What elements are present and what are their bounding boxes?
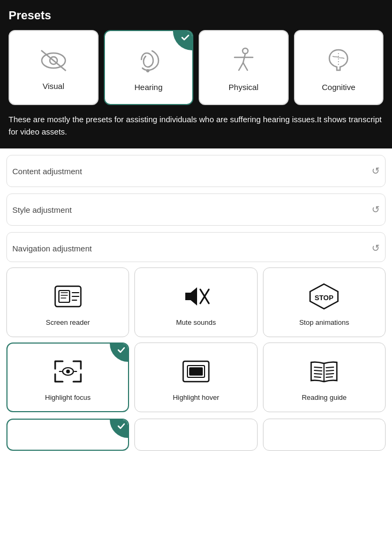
nav-card-stop-animations[interactable]: STOP Stop animations (263, 267, 386, 337)
svg-marker-18 (185, 287, 197, 306)
nav-card-label-stop-animations: Stop animations (299, 318, 349, 326)
nav-card-bottom-1[interactable] (6, 419, 129, 451)
svg-line-34 (314, 377, 321, 377)
reading-guide-icon (307, 357, 341, 388)
highlight-focus-icon (51, 357, 85, 388)
hearing-check-badge (173, 31, 192, 50)
nav-card-label-highlight-focus: Highlight focus (45, 393, 91, 401)
nav-card-mute-sounds[interactable]: Mute sounds (134, 267, 257, 337)
highlight-hover-icon (179, 357, 213, 388)
nav-cards-grid: Screen reader Mute sounds STOP Stop an (6, 262, 386, 412)
mute-sounds-icon (179, 282, 213, 313)
bottom-partial-section (0, 419, 392, 451)
navigation-adjustment-label: Navigation adjustment (12, 244, 92, 253)
preset-card-visual[interactable]: Visual (9, 30, 99, 105)
navigation-refresh-icon[interactable]: ↺ (372, 242, 380, 254)
svg-line-38 (326, 377, 333, 377)
nav-card-label-reading-guide: Reading guide (301, 393, 346, 401)
content-refresh-icon[interactable]: ↺ (372, 165, 380, 177)
style-adjustment-label: Style adjustment (12, 205, 72, 214)
svg-line-36 (326, 370, 334, 371)
style-adjustment-row[interactable]: Style adjustment ↺ (6, 193, 386, 226)
svg-point-3 (146, 69, 149, 72)
physical-icon (227, 46, 260, 77)
highlight-focus-check-badge (110, 344, 128, 362)
preset-card-cognitive[interactable]: Cognitive (294, 30, 384, 105)
bottom-nav-cards-grid (6, 419, 386, 451)
nav-card-bottom-2[interactable] (134, 419, 257, 451)
svg-line-35 (326, 367, 334, 368)
svg-line-5 (243, 54, 245, 63)
nav-card-highlight-focus[interactable]: Highlight focus (6, 343, 129, 412)
visual-icon (37, 47, 70, 76)
content-adjustment-row[interactable]: Content adjustment ↺ (6, 155, 386, 187)
svg-point-4 (243, 48, 248, 54)
stop-animations-icon: STOP (307, 282, 341, 313)
svg-line-8 (243, 63, 247, 70)
screen-reader-icon (51, 282, 85, 313)
presets-section: Presets Visual (0, 0, 392, 148)
preset-label-physical: Physical (229, 83, 259, 92)
nav-card-screen-reader[interactable]: Screen reader (6, 267, 129, 337)
nav-card-label-highlight-hover: Highlight hover (173, 393, 220, 401)
svg-line-7 (239, 63, 243, 70)
presets-description: These are mostly the presets for assisti… (9, 114, 383, 138)
svg-line-32 (314, 370, 322, 371)
nav-card-label-mute-sounds: Mute sounds (176, 318, 216, 326)
nav-card-highlight-hover[interactable]: Highlight hover (134, 343, 257, 412)
svg-rect-29 (190, 368, 202, 375)
svg-line-37 (326, 374, 334, 374)
navigation-adjustment-header[interactable]: Navigation adjustment ↺ (6, 232, 386, 262)
svg-line-31 (314, 367, 322, 368)
adjustments-section: Content adjustment ↺ Style adjustment ↺ (0, 155, 392, 226)
presets-grid: Visual Hearing (9, 30, 383, 105)
preset-card-hearing[interactable]: Hearing (104, 30, 194, 105)
svg-line-33 (314, 374, 322, 374)
hearing-icon (132, 46, 165, 77)
svg-point-24 (66, 369, 70, 373)
preset-card-physical[interactable]: Physical (199, 30, 289, 105)
bottom-1-check-badge (110, 420, 128, 438)
nav-card-reading-guide[interactable]: Reading guide (263, 343, 386, 412)
content-adjustment-label: Content adjustment (12, 167, 82, 176)
preset-label-hearing: Hearing (134, 83, 163, 92)
cognitive-icon (322, 46, 355, 77)
style-refresh-icon[interactable]: ↺ (372, 204, 380, 215)
preset-label-cognitive: Cognitive (322, 83, 356, 92)
svg-text:STOP: STOP (315, 294, 334, 302)
preset-label-visual: Visual (42, 81, 64, 91)
navigation-adjustment-section: Navigation adjustment ↺ Screen reader (0, 232, 392, 419)
nav-card-bottom-3[interactable] (263, 419, 386, 451)
presets-title: Presets (9, 9, 383, 23)
nav-card-label-screen-reader: Screen reader (46, 318, 89, 326)
